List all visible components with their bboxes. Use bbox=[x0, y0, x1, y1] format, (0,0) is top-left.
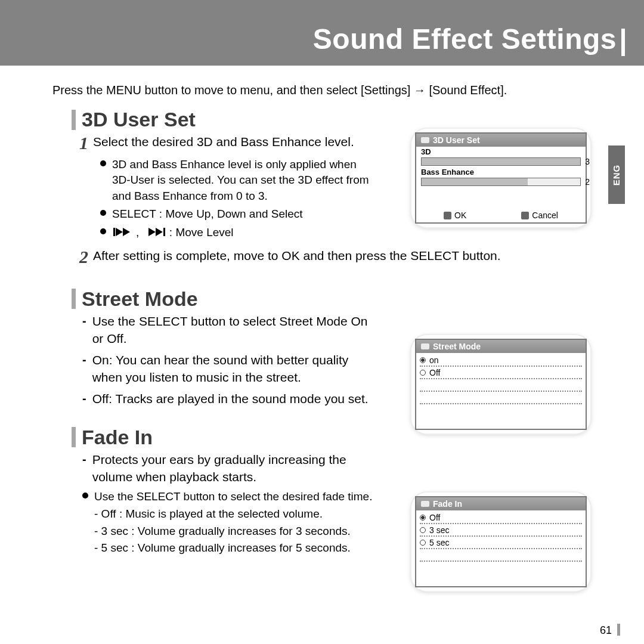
next-track-icon bbox=[143, 228, 166, 236]
radio-icon bbox=[420, 515, 426, 521]
bullet-text: Use the SELECT button to select the desi… bbox=[94, 489, 372, 505]
slider-value-3d: 3 bbox=[585, 157, 590, 166]
step-1-text: Select the desired 3D and Bass Enhance l… bbox=[93, 134, 354, 150]
header-3d-icon bbox=[421, 137, 429, 143]
slider-value-bass: 2 bbox=[585, 177, 590, 187]
dash-icon: - bbox=[82, 390, 86, 407]
list-item bbox=[420, 392, 582, 404]
option-label: 5 sec bbox=[429, 538, 449, 547]
bullet-dot-icon bbox=[100, 210, 106, 216]
screen-title: 3D User Set bbox=[433, 135, 480, 145]
dash-text: Off: Tracks are played in the sound mode… bbox=[92, 390, 369, 407]
screen-header: 3D User Set bbox=[416, 134, 586, 147]
radio-icon bbox=[420, 370, 426, 376]
dash-item: -Off: Tracks are played in the sound mod… bbox=[82, 388, 374, 409]
screen-title: Street Mode bbox=[433, 342, 481, 351]
bullet-dot-icon bbox=[100, 160, 106, 166]
radio-icon bbox=[420, 527, 426, 533]
page-accent bbox=[617, 624, 620, 636]
screen-title: Fade In bbox=[433, 499, 462, 509]
list-item bbox=[420, 549, 582, 562]
dash-text: Use the SELECT button to select Street M… bbox=[92, 312, 374, 348]
section-head-3d: 3D User Set bbox=[41, 108, 620, 131]
section-title-street: Street Mode bbox=[82, 287, 198, 311]
option-3sec[interactable]: 3 sec bbox=[420, 524, 582, 537]
dash-text: On: You can hear the sound with better q… bbox=[92, 351, 374, 386]
dash-item: -Use the SELECT button to select Street … bbox=[82, 311, 374, 349]
list-item bbox=[420, 404, 582, 417]
radio-icon bbox=[420, 540, 426, 546]
dash-item: -On: You can hear the sound with better … bbox=[82, 349, 374, 388]
list-item bbox=[420, 379, 582, 392]
section-accent bbox=[72, 427, 76, 447]
screen-header: Fade In bbox=[416, 497, 586, 510]
ok-icon bbox=[444, 212, 451, 219]
sub-item: - 5 sec : Volume gradually increases for… bbox=[94, 540, 374, 557]
step-2-text: After setting is complete, move to OK an… bbox=[93, 247, 501, 264]
slider-bass[interactable]: 2 bbox=[421, 178, 581, 186]
list-item bbox=[420, 562, 582, 574]
option-5sec[interactable]: 5 sec bbox=[420, 537, 582, 549]
title-bar: Sound Effect Settings bbox=[0, 25, 644, 66]
step-number: 1 bbox=[74, 131, 88, 156]
step-1: 1 Select the desired 3D and Bass Enhance… bbox=[74, 134, 374, 156]
step-2: 2 After setting is complete, move to OK … bbox=[74, 247, 599, 270]
option-label: Off bbox=[429, 513, 440, 522]
option-on[interactable]: on bbox=[420, 354, 582, 367]
bullet-dot-icon bbox=[82, 493, 88, 499]
section-title-3d: 3D User Set bbox=[82, 108, 196, 131]
bullet-select: SELECT : Move Up, Down and Select bbox=[100, 205, 374, 224]
section-accent bbox=[72, 110, 76, 130]
dash-icon: - bbox=[82, 451, 86, 486]
radio-icon bbox=[420, 357, 426, 363]
bullet-text-tail: : Move Level bbox=[169, 226, 234, 239]
header-sound-icon bbox=[421, 343, 429, 349]
page-number: 61 bbox=[600, 624, 612, 637]
cancel-icon bbox=[521, 212, 529, 219]
bullet-text: , : Move Level bbox=[112, 225, 234, 241]
bullet-dot-icon bbox=[100, 228, 106, 234]
cancel-button[interactable]: Cancel bbox=[521, 210, 558, 220]
page-title: Sound Effect Settings bbox=[313, 23, 617, 55]
dash-icon: - bbox=[82, 312, 86, 348]
option-label: on bbox=[429, 355, 439, 365]
device-mock-3d-user-set: 3D User Set 3D 3 Bass Enhance 2 OK Cance… bbox=[411, 129, 590, 227]
option-label: 3 sec bbox=[429, 525, 449, 535]
section-title-fade: Fade In bbox=[82, 426, 153, 449]
bullet-text: SELECT : Move Up, Down and Select bbox=[112, 206, 303, 222]
bullet-3d-info: 3D and Bass Enhance level is only applie… bbox=[100, 156, 374, 206]
section-head-street: Street Mode bbox=[41, 287, 620, 311]
dash-text: Protects your ears by gradually increasi… bbox=[92, 451, 374, 486]
option-off[interactable]: Off bbox=[420, 512, 582, 524]
option-off[interactable]: Off bbox=[420, 367, 582, 379]
dash-item: -Protects your ears by gradually increas… bbox=[82, 449, 374, 488]
dash-icon: - bbox=[82, 351, 86, 386]
top-gray-band bbox=[0, 0, 644, 25]
ok-label: OK bbox=[454, 210, 466, 220]
sub-item: - Off : Music is played at the selected … bbox=[94, 506, 374, 523]
slider-label-3d: 3D bbox=[421, 147, 581, 156]
slider-3d[interactable]: 3 bbox=[421, 157, 581, 166]
device-mock-fade-in: Fade In Off 3 sec 5 sec bbox=[411, 493, 590, 591]
step-number: 2 bbox=[74, 245, 88, 270]
cancel-label: Cancel bbox=[532, 210, 558, 220]
device-mock-street-mode: Street Mode on Off bbox=[411, 335, 590, 434]
bullet-move-level: , : Move Level bbox=[100, 224, 374, 242]
option-label: Off bbox=[429, 368, 440, 377]
bullet-fade: Use the SELECT button to select the desi… bbox=[82, 488, 374, 506]
intro-text: Press the MENU button to move to menu, a… bbox=[0, 66, 644, 102]
slider-label-bass: Bass Enhance bbox=[421, 168, 581, 177]
bullet-text: 3D and Bass Enhance level is only applie… bbox=[112, 157, 374, 205]
prev-track-icon bbox=[112, 228, 136, 236]
screen-header: Street Mode bbox=[416, 340, 586, 353]
sub-item: - 3 sec : Volume gradually increases for… bbox=[94, 523, 374, 540]
header-fade-icon bbox=[421, 501, 429, 507]
ok-button[interactable]: OK bbox=[444, 210, 466, 220]
title-accent bbox=[621, 29, 625, 56]
section-accent bbox=[72, 289, 76, 309]
